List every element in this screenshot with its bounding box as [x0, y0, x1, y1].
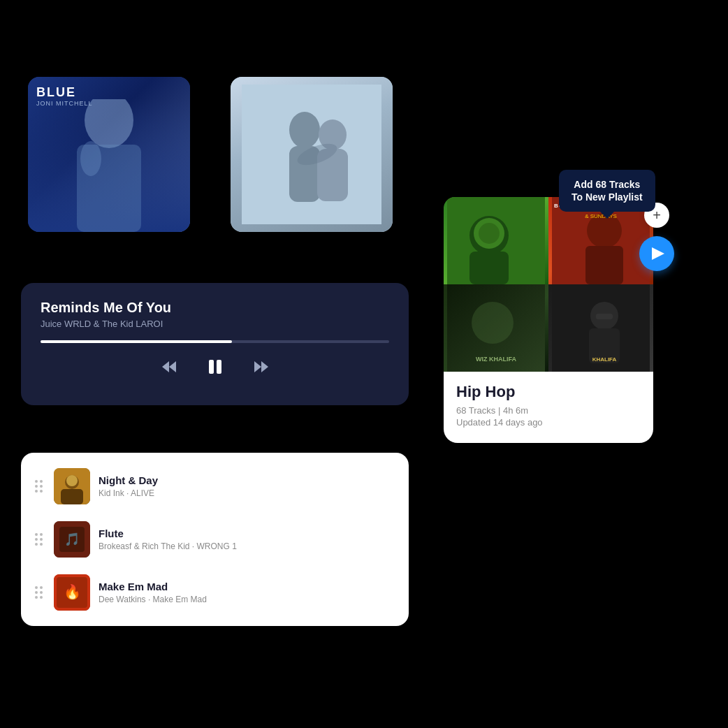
track-info-2: Flute Brokeasf & Rich The Kid · WRONG 1: [99, 527, 398, 551]
hiphop-updated: Updated 14 days ago: [456, 417, 641, 428]
track-thumb-2: 🎵: [54, 521, 90, 558]
couple-art: [231, 77, 393, 232]
track-info-1: Night & Day Kid Ink · ALIVE: [99, 474, 398, 498]
player-card: Reminds Me Of You Juice WRLD & The Kid L…: [21, 283, 409, 405]
track-meta-1: Kid Ink · ALIVE: [99, 488, 398, 498]
add-playlist-button[interactable]: Add 68 Tracks To New Playlist: [559, 170, 655, 212]
svg-point-4: [289, 112, 320, 148]
svg-rect-43: [596, 314, 613, 319]
player-artist: Juice WRLD & The Kid LAROI: [41, 319, 389, 329]
track-item-3[interactable]: 🔥 Make Em Mad Dee Watkins · Make Em Mad: [21, 566, 409, 619]
svg-point-0: [85, 99, 133, 148]
hiphop-actions: +: [639, 203, 674, 271]
track-item-1[interactable]: Night & Day Kid Ink · ALIVE: [21, 460, 409, 513]
drag-handle-3[interactable]: [32, 586, 45, 599]
svg-rect-11: [209, 360, 214, 374]
svg-point-29: [479, 223, 500, 244]
player-title: Reminds Me Of You: [41, 300, 389, 316]
tracklist-card: Night & Day Kid Ink · ALIVE 🎵 Flute: [21, 453, 409, 626]
grid-cell-1: [444, 197, 548, 284]
hiphop-grid: B•B SATURDAYS & SUNDAYS: [444, 197, 653, 372]
track-thumb-1: [54, 468, 90, 504]
hiphop-tracks: 68 Tracks | 4h 6m: [456, 405, 641, 416]
svg-rect-12: [217, 360, 221, 374]
track-meta-2: Brokeasf & Rich The Kid · WRONG 1: [99, 541, 398, 551]
drag-handle-1[interactable]: [32, 480, 45, 493]
player-controls: [41, 357, 389, 377]
album-blue[interactable]: BLUE JONI MITCHELL: [28, 77, 190, 232]
album-blue-art: [28, 98, 190, 232]
svg-marker-9: [162, 361, 169, 372]
svg-marker-10: [169, 361, 176, 372]
forward-button[interactable]: [253, 360, 270, 374]
progress-fill: [41, 340, 232, 343]
svg-text:🔥: 🔥: [64, 583, 81, 600]
pause-button[interactable]: [205, 357, 225, 377]
svg-rect-27: [469, 252, 509, 284]
track-item-2[interactable]: 🎵 Flute Brokeasf & Rich The Kid · WRONG …: [21, 513, 409, 566]
grid-cell-4: KHALIFA: [548, 284, 653, 372]
svg-rect-32: [585, 246, 623, 284]
svg-point-18: [66, 475, 78, 486]
rewind-button[interactable]: [161, 360, 177, 374]
album-couple[interactable]: [231, 77, 393, 232]
track-name-1: Night & Day: [99, 474, 398, 486]
svg-text:WIZ KHALIFA: WIZ KHALIFA: [476, 356, 516, 363]
svg-marker-14: [261, 361, 268, 372]
track-name-3: Make Em Mad: [99, 581, 398, 592]
svg-rect-17: [61, 489, 83, 504]
svg-point-37: [472, 302, 514, 344]
svg-marker-13: [254, 361, 261, 372]
track-meta-3: Dee Watkins · Make Em Mad: [99, 595, 398, 604]
track-info-3: Make Em Mad Dee Watkins · Make Em Mad: [99, 581, 398, 604]
play-icon: [652, 247, 664, 260]
hiphop-card: B•B SATURDAYS & SUNDAYS: [444, 197, 653, 443]
progress-bar[interactable]: [41, 340, 389, 343]
hiphop-info: Hip Hop 68 Tracks | 4h 6m Updated 14 day…: [444, 372, 653, 443]
play-hiphop-button[interactable]: [639, 236, 674, 271]
svg-text:KHALIFA: KHALIFA: [592, 356, 617, 363]
grid-cell-3: WIZ KHALIFA: [444, 284, 548, 372]
drag-handle-2[interactable]: [32, 533, 45, 546]
plus-icon: +: [653, 208, 661, 224]
track-thumb-3: 🔥: [54, 574, 90, 611]
track-name-2: Flute: [99, 527, 398, 539]
svg-text:🎵: 🎵: [64, 532, 80, 547]
svg-point-2: [80, 141, 101, 176]
hiphop-title: Hip Hop: [456, 383, 641, 401]
